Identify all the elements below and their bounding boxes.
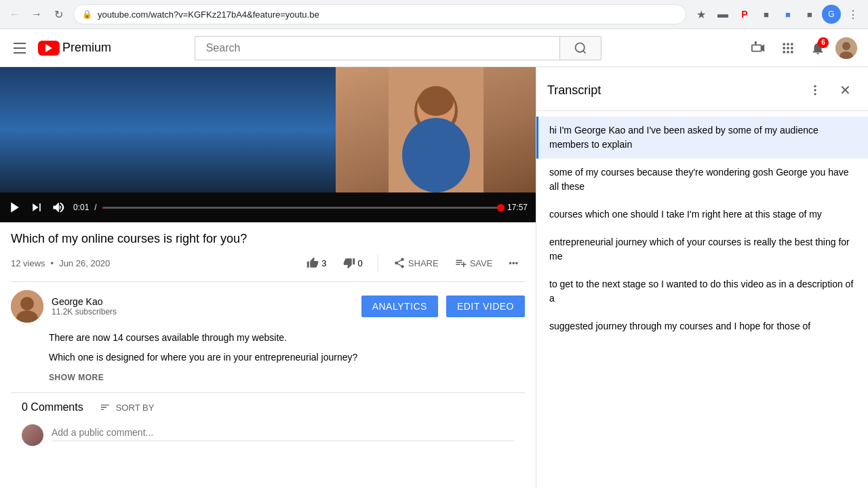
url-text: youtube.com/watch?v=KGFKz217bA4&feature=… [98,9,677,20]
like-count: 3 [321,258,326,268]
menu-icon[interactable]: ⋮ [844,5,863,24]
create-button[interactable] [746,36,770,60]
search-button[interactable] [559,36,601,60]
browser-chrome: ← → ↻ 🔒 youtube.com/watch?v=KGFKz217bA4&… [0,0,868,29]
play-button[interactable] [8,201,22,214]
apps-button[interactable] [776,36,800,60]
logo-area: Premium [11,37,111,59]
transcript-segment[interactable]: hi I'm George Kao and I've been asked by… [536,117,868,159]
svg-marker-25 [33,203,38,211]
svg-point-31 [814,85,816,87]
comment-input[interactable] [52,424,514,441]
comment-input-row [22,424,514,446]
bookmark-icon[interactable]: ★ [692,5,711,24]
svg-point-29 [20,297,34,310]
svg-rect-26 [39,203,41,211]
video-title: Which of my online courses is right for … [11,230,525,247]
analytics-button[interactable]: ANALYTICS [361,296,438,317]
comments-count: 0 Comments [22,401,83,413]
video-thumbnail-inset [336,67,536,192]
svg-rect-10 [787,47,789,49]
svg-point-5 [755,41,756,43]
show-more-button[interactable]: SHOW MORE [49,373,104,382]
video-content: hi I'm George Kao and I've been asked by… [0,67,536,192]
transcript-segment[interactable]: suggested journey through my courses and… [536,312,868,340]
svg-rect-9 [783,47,785,49]
svg-rect-7 [787,43,789,45]
transcript-segment[interactable]: to get to the next stage so I wanted to … [536,270,868,312]
video-section: hi I'm George Kao and I've been asked by… [0,67,536,488]
yt-premium-icon[interactable]: P [735,5,754,24]
svg-point-22 [402,118,470,192]
transcript-segment[interactable]: entrepreneurial journey which of your co… [536,228,868,270]
like-button[interactable]: 3 [300,253,333,273]
search-input[interactable] [195,36,559,60]
hamburger-menu[interactable] [11,37,33,59]
lock-icon: 🔒 [82,9,92,19]
extensions2-icon[interactable]: ■ [757,5,776,24]
description-line1: There are now 14 courses available throu… [49,331,525,345]
dislike-count: 0 [358,258,363,268]
progress-area[interactable]: 0:01 / 17:57 [73,203,528,212]
transcript-segment[interactable]: some of my courses because they're wonde… [536,159,868,201]
notifications-button[interactable]: 6 [806,36,830,60]
transcript-segment-text: courses which one should I take I'm righ… [549,209,822,220]
youtube-header: Premium 6 [0,29,868,67]
extensions4-icon[interactable]: ■ [800,5,819,24]
user-icon[interactable]: G [822,5,841,24]
description: There are now 14 courses available throu… [11,331,525,392]
youtube-logo[interactable]: Premium [38,41,111,56]
channel-avatar[interactable] [11,290,43,323]
channel-info: George Kao 11.2K subscribers [52,296,353,317]
video-player[interactable]: hi I'm George Kao and I've been asked by… [0,67,536,222]
time-total: 17:57 [507,203,528,212]
save-button[interactable]: SAVE [448,253,500,273]
transcript-title: Transcript [547,83,601,98]
back-button[interactable]: ← [5,5,24,24]
transcript-panel: Transcript ✕ hi I'm George Kao and I've … [536,67,868,488]
transcript-segment-text: some of my courses because they're wonde… [549,167,849,192]
dislike-button[interactable]: 0 [336,253,370,273]
transcript-segment-text: suggested journey through my courses and… [549,321,810,331]
time-current: 0:01 [73,203,89,212]
transcript-more-button[interactable] [803,78,827,102]
browser-actions: ★ ▬ P ■ ■ ■ G ⋮ [692,5,863,24]
progress-bar[interactable] [102,207,502,209]
progress-fill [102,207,104,209]
video-info: Which of my online courses is right for … [0,222,536,462]
sort-button[interactable]: SORT BY [100,402,155,413]
transcript-body[interactable]: hi I'm George Kao and I've been asked by… [536,111,868,488]
commenter-avatar [22,424,43,446]
share-button[interactable]: SHARE [387,253,446,273]
more-actions-button[interactable]: ••• [502,254,525,272]
forward-button[interactable]: → [27,5,46,24]
svg-point-16 [842,42,850,50]
svg-marker-24 [11,203,19,213]
channel-actions: ANALYTICS EDIT VIDEO [361,296,525,317]
svg-line-1 [583,50,586,53]
transcript-segment[interactable]: courses which one should I take I'm righ… [536,201,868,228]
video-controls[interactable]: 0:01 / 17:57 [0,192,536,222]
svg-rect-11 [791,47,793,49]
video-meta: 12 views • Jun 26, 2020 3 0 [11,253,525,273]
user-avatar[interactable] [835,37,857,59]
address-bar[interactable]: 🔒 youtube.com/watch?v=KGFKz217bA4&featur… [73,4,686,24]
transcript-close-button[interactable]: ✕ [833,78,857,102]
search-area [195,36,601,60]
svg-point-33 [814,93,816,95]
action-divider [378,255,378,271]
edit-video-button[interactable]: EDIT VIDEO [446,296,525,317]
next-button[interactable] [30,201,43,214]
reload-button[interactable]: ↻ [49,5,68,24]
svg-point-0 [575,43,584,52]
svg-rect-8 [791,43,793,45]
comments-header: 0 Comments SORT BY [22,401,514,413]
transcript-segment-text: hi I'm George Kao and I've been asked by… [549,125,818,150]
save-label: SAVE [470,258,493,268]
upload-date: Jun 26, 2020 [59,258,110,268]
svg-rect-6 [783,43,785,45]
video-actions: 3 0 SHARE SAVE ••• [300,253,525,273]
volume-button[interactable] [52,201,65,214]
extensions-icon[interactable]: ▬ [713,5,732,24]
extensions3-icon[interactable]: ■ [778,5,797,24]
